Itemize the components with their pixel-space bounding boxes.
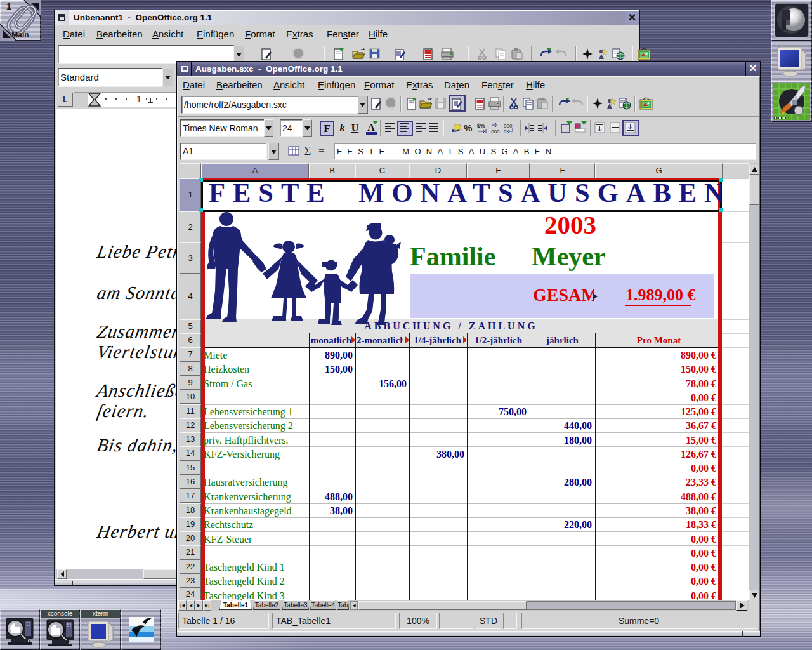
svg-text:0: 0 [504, 129, 507, 135]
svg-text:$%: $% [477, 123, 485, 129]
svg-text:.000: .000 [490, 129, 500, 135]
svg-text:000: 000 [504, 123, 513, 129]
